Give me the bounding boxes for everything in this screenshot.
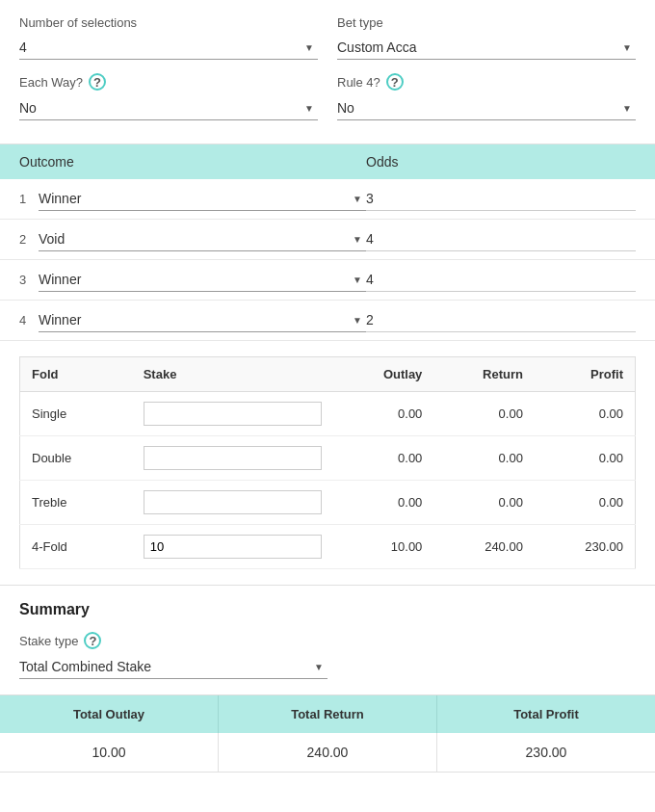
outcome-select-2[interactable]: WinnerVoidLoserPlace [39,227,366,250]
return-col-header: Return [433,357,535,392]
outlay-cell: 0.00 [333,481,434,525]
odds-input-wrapper-3[interactable] [366,268,636,292]
totals-header-row: Total Outlay Total Return Total Profit [0,695,655,733]
outcome-row: 1 WinnerVoidLoserPlace ▼ [0,179,655,220]
stake-col-header: Stake [132,357,333,392]
total-return-label: Total Return [219,695,437,733]
stake-cell[interactable] [132,481,333,525]
each-way-select[interactable]: NoYes [19,96,318,119]
totals-footer: Total Outlay Total Return Total Profit 1… [0,694,655,773]
num-selections-select[interactable]: 1234 5678 [19,36,318,59]
profit-cell: 0.00 [535,436,636,481]
each-way-label: Each Way? [19,75,83,90]
return-cell: 0.00 [433,481,535,525]
stakes-table: Fold Stake Outlay Return Profit Single 0… [19,356,636,569]
odds-input-wrapper-2[interactable] [366,227,636,251]
outlay-cell: 10.00 [333,525,434,569]
bet-type-group: Bet type SingleDoubleTreble 4-Fold Accum… [337,15,636,60]
each-way-select-wrapper[interactable]: NoYes ▼ [19,96,318,120]
rule4-label-row: Rule 4? ? [337,73,636,91]
stakes-section: Fold Stake Outlay Return Profit Single 0… [0,341,655,585]
form-row-1: Number of selections 1234 5678 ▼ Bet typ… [19,15,636,60]
outcome-row-num: 4 [19,313,39,327]
fold-cell: Double [20,436,132,481]
rule4-label: Rule 4? [337,75,380,90]
odds-input-4[interactable] [366,308,636,332]
profit-cell: 0.00 [535,481,636,525]
outlay-cell: 0.00 [333,392,434,436]
stake-input-2[interactable] [144,446,322,470]
outcome-row: 4 WinnerVoidLoserPlace ▼ [0,301,655,341]
each-way-help-icon[interactable]: ? [89,73,106,91]
stake-type-select[interactable]: Total Combined Stake Per Bet Stake [19,655,328,678]
odds-col-header: Odds [366,154,636,170]
stake-type-label-row: Stake type ? [19,632,636,649]
totals-values-row: 10.00 240.00 230.00 [0,733,655,773]
odds-input-1[interactable] [366,187,636,211]
odds-input-wrapper-1[interactable] [366,187,636,211]
stakes-table-row: 4-Fold 10.00 240.00 230.00 [20,525,636,569]
rule4-select-wrapper[interactable]: NoYes ▼ [337,96,636,120]
stake-cell[interactable] [132,436,333,481]
rule4-help-icon[interactable]: ? [386,73,404,91]
form-row-2: Each Way? ? NoYes ▼ Rule 4? ? NoYes ▼ [19,73,636,120]
outlay-cell: 0.00 [333,436,434,481]
stake-input-3[interactable] [144,490,322,514]
return-cell: 0.00 [433,436,535,481]
rule4-group: Rule 4? ? NoYes ▼ [337,73,636,120]
outcome-select-wrapper[interactable]: WinnerVoidLoserPlace ▼ [39,308,366,332]
total-outlay-label: Total Outlay [0,695,219,733]
stake-type-select-wrapper[interactable]: Total Combined Stake Per Bet Stake ▼ [19,655,328,679]
each-way-label-row: Each Way? ? [19,73,318,91]
outcomes-header: Outcome Odds [0,144,655,179]
fold-cell: Single [20,392,132,436]
outcome-select-3[interactable]: WinnerVoidLoserPlace [39,268,366,291]
stakes-table-header-row: Fold Stake Outlay Return Profit [20,357,636,392]
profit-cell: 230.00 [535,525,636,569]
top-section: Number of selections 1234 5678 ▼ Bet typ… [0,0,655,144]
num-selections-select-wrapper[interactable]: 1234 5678 ▼ [19,36,318,60]
bet-type-select[interactable]: SingleDoubleTreble 4-Fold AccumulatorCus… [337,36,636,59]
total-profit-label: Total Profit [437,695,655,733]
odds-input-3[interactable] [366,268,636,292]
stake-cell[interactable] [132,525,333,569]
stakes-table-row: Treble 0.00 0.00 0.00 [20,481,636,525]
outcome-row: 2 WinnerVoidLoserPlace ▼ [0,220,655,260]
summary-section: Summary Stake type ? Total Combined Stak… [0,585,655,694]
bet-type-select-wrapper[interactable]: SingleDoubleTreble 4-Fold AccumulatorCus… [337,36,636,60]
outcome-select-wrapper[interactable]: WinnerVoidLoserPlace ▼ [39,227,366,251]
bet-type-label: Bet type [337,15,636,30]
outcome-row-num: 2 [19,232,39,247]
outcome-row-num: 3 [19,273,39,287]
each-way-group: Each Way? ? NoYes ▼ [19,73,318,120]
total-profit-value: 230.00 [437,733,655,773]
fold-cell: 4-Fold [20,525,132,569]
num-selections-label: Number of selections [19,15,318,30]
profit-col-header: Profit [535,357,636,392]
total-return-value: 240.00 [219,733,437,773]
outcome-select-4[interactable]: WinnerVoidLoserPlace [39,308,366,331]
stake-input-1[interactable] [144,402,322,426]
stake-cell[interactable] [132,392,333,436]
odds-input-2[interactable] [366,227,636,251]
rule4-select[interactable]: NoYes [337,96,636,119]
fold-col-header: Fold [20,357,132,392]
outcome-select-1[interactable]: WinnerVoidLoserPlace [39,187,366,210]
outcome-row-num: 1 [19,192,39,206]
stake-type-help-icon[interactable]: ? [84,632,101,649]
summary-title: Summary [19,601,636,618]
return-cell: 240.00 [433,525,535,569]
fold-cell: Treble [20,481,132,525]
odds-input-wrapper-4[interactable] [366,308,636,332]
stakes-table-row: Single 0.00 0.00 0.00 [20,392,636,436]
stakes-table-row: Double 0.00 0.00 0.00 [20,436,636,481]
outcome-select-wrapper[interactable]: WinnerVoidLoserPlace ▼ [39,268,366,292]
outcome-col-header: Outcome [19,154,366,170]
outcome-select-wrapper[interactable]: WinnerVoidLoserPlace ▼ [39,187,366,211]
outcomes-list: 1 WinnerVoidLoserPlace ▼ 2 WinnerVoidLos… [0,179,655,341]
stakes-table-body: Single 0.00 0.00 0.00 Double 0.00 0.00 0… [20,392,636,569]
stake-type-label: Stake type [19,634,78,648]
stake-input-4[interactable] [144,535,322,559]
profit-cell: 0.00 [535,392,636,436]
return-cell: 0.00 [433,392,535,436]
